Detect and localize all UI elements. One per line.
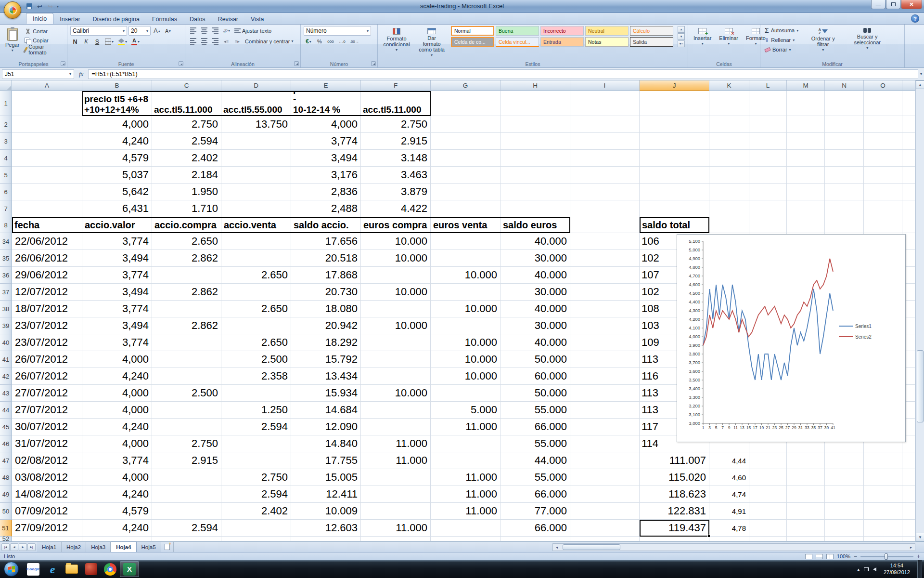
cell-A40[interactable]: 23/07/2012 bbox=[12, 334, 82, 351]
grid-cell[interactable] bbox=[152, 537, 221, 541]
cell-E6[interactable]: 2,836 bbox=[291, 184, 361, 200]
grid-cell[interactable] bbox=[902, 184, 915, 200]
cell-F34[interactable]: 10.000 bbox=[361, 233, 431, 250]
row-header-35[interactable]: 35 bbox=[0, 250, 12, 267]
grid-cell[interactable] bbox=[640, 150, 709, 167]
grid-cell[interactable] bbox=[221, 520, 291, 537]
row-header-52[interactable]: 52 bbox=[0, 537, 12, 541]
name-box[interactable]: J51▾ bbox=[2, 69, 74, 79]
grid-cell[interactable] bbox=[787, 133, 825, 150]
grid-cell[interactable] bbox=[864, 469, 902, 486]
grid-cell[interactable] bbox=[221, 184, 291, 200]
grid-cell[interactable] bbox=[570, 419, 640, 435]
grid-cell[interactable] bbox=[864, 133, 902, 150]
cell-B36[interactable]: 3,774 bbox=[82, 267, 152, 284]
volume-icon[interactable] bbox=[873, 567, 876, 571]
grid-cell[interactable] bbox=[640, 167, 709, 184]
cell-E38[interactable]: 18.080 bbox=[291, 301, 361, 317]
cell-E36[interactable]: 17.868 bbox=[291, 267, 361, 284]
grid-cell[interactable] bbox=[749, 503, 787, 520]
cell-H46[interactable]: 55.000 bbox=[500, 435, 570, 452]
cell-G50[interactable]: 11.000 bbox=[431, 503, 500, 520]
column-header-H[interactable]: H bbox=[500, 80, 570, 91]
row-header-1[interactable]: 1 bbox=[0, 91, 12, 116]
cell-D40[interactable]: 2.650 bbox=[221, 334, 291, 351]
grid-cell[interactable] bbox=[570, 317, 640, 334]
font-size-combo[interactable]: 20▾ bbox=[128, 26, 151, 36]
grid-cell[interactable] bbox=[825, 520, 864, 537]
grid-cell[interactable] bbox=[12, 91, 82, 116]
grid-cell[interactable] bbox=[902, 452, 915, 469]
hidden-icons-button[interactable]: ▴ bbox=[857, 567, 860, 572]
cell-E37[interactable]: 20.730 bbox=[291, 284, 361, 301]
cell-C47[interactable]: 2.915 bbox=[152, 452, 221, 469]
grid-cell[interactable] bbox=[431, 520, 500, 537]
grid-cell[interactable] bbox=[152, 469, 221, 486]
grid-cell[interactable] bbox=[640, 116, 709, 133]
cell-F46[interactable]: 11.000 bbox=[361, 435, 431, 452]
grid-cell[interactable] bbox=[902, 486, 915, 503]
row-header-50[interactable]: 50 bbox=[0, 503, 12, 520]
grid-cell[interactable] bbox=[864, 200, 902, 217]
grid-cell[interactable] bbox=[221, 233, 291, 250]
row-header-2[interactable]: 2 bbox=[0, 116, 12, 133]
grid-cell[interactable] bbox=[570, 351, 640, 368]
cell-H42[interactable]: 60.000 bbox=[500, 368, 570, 385]
grid-cell[interactable] bbox=[825, 503, 864, 520]
cell-H40[interactable]: 40.000 bbox=[500, 334, 570, 351]
cell-H36[interactable]: 40.000 bbox=[500, 267, 570, 284]
prev-sheet-button[interactable]: ◂ bbox=[10, 543, 18, 551]
cell-E51[interactable]: 12.603 bbox=[291, 520, 361, 537]
cell-C2[interactable]: 2.750 bbox=[152, 116, 221, 133]
style-chip-notas[interactable]: Notas bbox=[585, 37, 629, 47]
grid-cell[interactable] bbox=[749, 133, 787, 150]
cell-D42[interactable]: 2.358 bbox=[221, 368, 291, 385]
row-header-7[interactable]: 7 bbox=[0, 200, 12, 217]
alignment-dialog-launcher[interactable] bbox=[294, 61, 299, 66]
grid-cell[interactable] bbox=[640, 200, 709, 217]
cell-A42[interactable]: 26/07/2012 bbox=[12, 368, 82, 385]
number-dialog-launcher[interactable] bbox=[371, 61, 376, 66]
cell-F51[interactable]: 11.000 bbox=[361, 520, 431, 537]
cell-C1[interactable]: acc.tl5.11.000 bbox=[152, 91, 221, 116]
grid-cell[interactable] bbox=[787, 167, 825, 184]
cell-C39[interactable]: 2.862 bbox=[152, 317, 221, 334]
grid-cell[interactable] bbox=[709, 217, 749, 233]
cell-H45[interactable]: 66.000 bbox=[500, 419, 570, 435]
grid-cell[interactable] bbox=[640, 184, 709, 200]
column-header-D[interactable]: D bbox=[221, 80, 291, 91]
font-color-button[interactable]: A▾ bbox=[130, 37, 141, 46]
cell-K49[interactable]: 4,74 bbox=[709, 486, 749, 503]
grid-cell[interactable] bbox=[500, 116, 570, 133]
cell-C51[interactable]: 2.594 bbox=[152, 520, 221, 537]
cell-B41[interactable]: 4,000 bbox=[82, 351, 152, 368]
grid-cell[interactable] bbox=[500, 200, 570, 217]
grid-cell[interactable] bbox=[570, 167, 640, 184]
cell-F3[interactable]: 2.915 bbox=[361, 133, 431, 150]
grid-cell[interactable] bbox=[361, 301, 431, 317]
cell-F4[interactable]: 3.148 bbox=[361, 150, 431, 167]
cell-D2[interactable]: 13.750 bbox=[221, 116, 291, 133]
grid-cell[interactable] bbox=[431, 435, 500, 452]
cell-C35[interactable]: 2.862 bbox=[152, 250, 221, 267]
cell-A36[interactable]: 29/06/2012 bbox=[12, 267, 82, 284]
grid-cell[interactable] bbox=[570, 503, 640, 520]
cell-D50[interactable]: 2.402 bbox=[221, 503, 291, 520]
cell-F6[interactable]: 3.879 bbox=[361, 184, 431, 200]
row-header-38[interactable]: 38 bbox=[0, 301, 12, 317]
restore-button[interactable] bbox=[886, 0, 900, 9]
fill-handle[interactable] bbox=[707, 535, 710, 538]
cell-K48[interactable]: 4,60 bbox=[709, 469, 749, 486]
grid-cell[interactable] bbox=[749, 167, 787, 184]
column-header-O[interactable]: O bbox=[864, 80, 902, 91]
row-header-42[interactable]: 42 bbox=[0, 368, 12, 385]
grid-cell[interactable] bbox=[825, 184, 864, 200]
cell-B39[interactable]: 3,494 bbox=[82, 317, 152, 334]
cell-B42[interactable]: 4,240 bbox=[82, 368, 152, 385]
fill-color-button[interactable]: ▾ bbox=[116, 37, 128, 46]
grid-cell[interactable] bbox=[902, 537, 915, 541]
cell-B8[interactable]: accio.valor bbox=[82, 217, 152, 233]
cell-E42[interactable]: 13.434 bbox=[291, 368, 361, 385]
cell-E47[interactable]: 17.755 bbox=[291, 452, 361, 469]
cell-A46[interactable]: 31/07/2012 bbox=[12, 435, 82, 452]
